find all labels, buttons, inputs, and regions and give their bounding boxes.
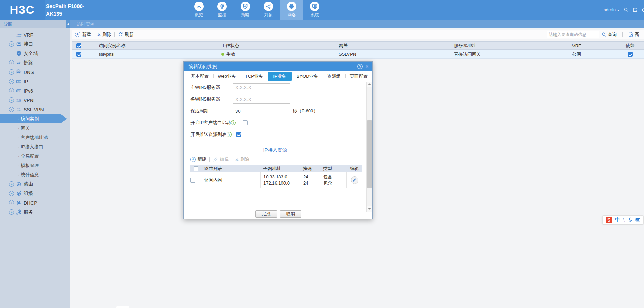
dialog-body: 主WINS服务器 备WINS服务器 保活周期 秒（0-600） 开启IP客户端自…	[184, 82, 367, 212]
ime-mode-chinese[interactable]: 中	[615, 217, 620, 223]
sidebar-item-access-instance[interactable]: 访问实例	[0, 114, 67, 123]
multicast-icon	[16, 190, 22, 196]
sidebar-item-template-management[interactable]: 模板管理	[0, 161, 70, 170]
expand-icon[interactable]: »	[9, 60, 14, 65]
push-resource-checkbox[interactable]	[236, 132, 241, 137]
tab-byod-service[interactable]: BYOD业务	[292, 72, 323, 81]
primary-wins-input[interactable]	[233, 83, 290, 92]
expand-icon[interactable]: »	[9, 181, 14, 187]
expand-icon[interactable]: »	[9, 209, 14, 215]
close-icon[interactable]: ×	[365, 64, 369, 69]
pencil-icon	[353, 178, 357, 182]
row-checkbox[interactable]	[76, 52, 81, 57]
ssl-vpn-icon: SSLVPN	[16, 106, 22, 112]
sidebar-item-ssl-vpn[interactable]: » SSLVPN SSL VPN	[0, 105, 70, 114]
sidebar-item-dhcp[interactable]: » DHCP	[0, 198, 70, 207]
select-all-checkbox[interactable]	[76, 43, 81, 48]
sidebar-item-dns[interactable]: » DNS	[0, 67, 70, 77]
help-circle-icon[interactable]: ?	[227, 132, 232, 137]
refresh-button[interactable]: 刷新	[118, 31, 134, 38]
sidebar-item-client-address-pool[interactable]: 客户端地址池	[0, 133, 70, 142]
tab-ip-service[interactable]: IP业务	[268, 72, 292, 81]
cancel-button[interactable]: 取消	[280, 210, 301, 218]
row-edit-button[interactable]	[351, 176, 358, 184]
sidebar-item-link[interactable]: » 链路	[0, 58, 70, 67]
help-circle-icon[interactable]: ?	[231, 120, 236, 125]
sidebar-item-service[interactable]: » 服务	[0, 207, 70, 217]
help-icon[interactable]: ?	[357, 64, 363, 69]
list-toolbar: + 新建 × 删除 刷新 查询	[72, 30, 644, 39]
resource-delete-button[interactable]: × 删除	[235, 156, 249, 162]
keepalive-input[interactable]	[233, 107, 290, 115]
nav-overview[interactable]: 概览	[187, 0, 211, 20]
nav-policy[interactable]: 策略	[234, 0, 257, 20]
sidebar-item-gateway[interactable]: 网关	[0, 123, 70, 133]
delete-button[interactable]: × 删除	[97, 31, 111, 38]
col-server-address: 服务器地址	[441, 43, 560, 49]
ime-toolbar: S 中 °,	[602, 215, 644, 224]
search-icon[interactable]	[624, 7, 629, 12]
resource-new-button[interactable]: + 新建	[190, 156, 206, 162]
search-input[interactable]	[547, 31, 599, 38]
sidebar-item-ipv6[interactable]: » IPv6 IPv6	[0, 86, 70, 95]
resource-table-header: 路由列表 子网地址 掩码 类型 编辑	[190, 165, 362, 172]
scrollbar-thumb[interactable]	[367, 120, 372, 188]
sidebar-item-security-zone[interactable]: 安全域	[0, 49, 70, 58]
enable-checkbox[interactable]	[628, 52, 633, 57]
tab-tcp-service[interactable]: TCP业务	[241, 72, 268, 81]
advanced-query-button[interactable]: 高	[628, 31, 641, 38]
expand-icon[interactable]: »	[9, 69, 14, 75]
tab-resource-group[interactable]: 资源组	[323, 72, 345, 81]
sidebar-item-global-config[interactable]: 全局配置	[0, 151, 70, 161]
sidebar-item-route[interactable]: » 路由	[0, 179, 70, 189]
keyboard-icon[interactable]	[635, 217, 640, 222]
sidebar-item-statistics[interactable]: 统计信息	[0, 170, 70, 179]
secondary-wins-input[interactable]	[233, 95, 290, 104]
tab-web-service[interactable]: Web业务	[213, 72, 241, 81]
resource-table-row[interactable]: 访问内网 10.33.183.0 172.16.100.0 24 24 包含 包…	[190, 172, 362, 188]
expand-icon[interactable]: »	[9, 88, 14, 93]
table-row[interactable]: sslvpnsl 生效 SSLVPN 直接访问网关 公网	[72, 50, 644, 59]
nav-objects[interactable]: 对象	[257, 0, 280, 20]
search-cluster: 查询 高	[538, 31, 641, 38]
sidebar-item-vpn[interactable]: » VPN VPN	[0, 95, 70, 105]
finish-button[interactable]: 完成	[255, 210, 277, 218]
sidebar-item-multicast[interactable]: » 组播	[0, 189, 70, 198]
dialog-title-bar: 编辑访问实例 ? ×	[184, 62, 372, 71]
expand-icon[interactable]: »	[9, 200, 14, 205]
status-dot	[221, 53, 224, 56]
ime-punctuation[interactable]: °,	[623, 218, 625, 222]
expand-icon[interactable]: »	[9, 97, 14, 103]
dialog-scrollbar[interactable]	[366, 82, 372, 212]
expand-icon[interactable]: »	[9, 191, 14, 196]
expand-icon[interactable]: »	[9, 79, 14, 84]
save-icon[interactable]	[633, 7, 638, 12]
nav-system[interactable]: 系统	[303, 0, 326, 20]
tab-page-config[interactable]: 页面配置	[345, 72, 372, 81]
query-button[interactable]: 查询	[601, 31, 617, 38]
tab-basic-config[interactable]: 基本配置	[186, 72, 213, 81]
resource-select-all-checkbox[interactable]	[194, 166, 198, 171]
nav-monitor[interactable]: 监控	[211, 0, 234, 20]
new-button[interactable]: + 新建	[75, 31, 91, 38]
resource-edit-button[interactable]: 编辑	[213, 156, 229, 162]
nav-network[interactable]: 网络	[280, 0, 303, 20]
cell-server-address: 直接访问网关	[441, 51, 560, 57]
sidebar-item-ip-access-interface[interactable]: IP接入接口	[0, 142, 70, 151]
sidebar-item-interface[interactable]: » 接口	[0, 39, 70, 49]
session-icon[interactable]	[642, 7, 644, 12]
user-menu[interactable]: admin	[604, 7, 620, 12]
sogou-logo[interactable]: S	[606, 217, 612, 223]
scroll-up-button[interactable]	[367, 82, 372, 87]
sidebar-item-vrf[interactable]: VRF VRF	[0, 30, 70, 39]
col-instance-name: 访问实例名称	[86, 43, 209, 49]
app-window: H3C SecPath F1000-AK135 概览 监控 策略 对象 网	[0, 0, 644, 308]
resource-row-checkbox[interactable]	[190, 178, 195, 183]
sidebar-item-ip[interactable]: » IP IP	[0, 77, 70, 86]
collapse-icon[interactable]: »	[9, 107, 14, 112]
client-autostart-checkbox[interactable]	[243, 120, 248, 125]
sidebar-collapse-button[interactable]	[66, 20, 70, 28]
mic-icon[interactable]	[628, 217, 633, 222]
expand-icon[interactable]: »	[9, 41, 14, 47]
dns-database-icon	[16, 69, 22, 75]
